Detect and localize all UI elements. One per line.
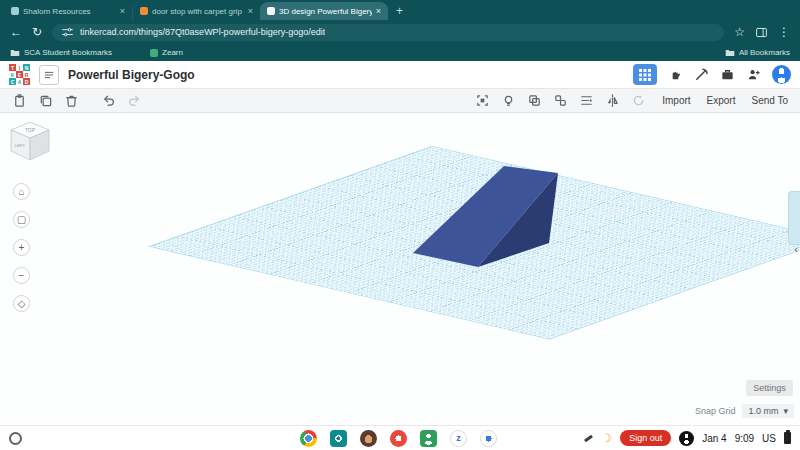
drawing-app-icon[interactable] (480, 430, 497, 447)
sign-out-button[interactable]: Sign out (620, 430, 671, 446)
briefcase-icon (720, 67, 735, 82)
browser-menu-icon[interactable]: ⋮ (778, 26, 790, 38)
zoom-to-selection-button[interactable] (475, 93, 490, 108)
group-button[interactable] (527, 93, 542, 108)
browser-tab-strip: Shalom Resources × door stop with carpet… (0, 0, 800, 20)
tab-title: 3D design Powerful Bigery-Gog (279, 7, 372, 16)
tab-close-icon[interactable]: × (376, 6, 381, 16)
bricks-mode-button[interactable] (720, 67, 735, 82)
seesaw-app-icon[interactable] (390, 430, 407, 447)
perspective-toggle-button[interactable]: ◇ (13, 295, 30, 312)
view-cube[interactable]: TOP LEFT (8, 119, 52, 165)
refresh-icon[interactable]: ↻ (32, 26, 42, 38)
bookmark-zearn[interactable]: Zearn (150, 48, 183, 57)
browser-tab-1[interactable]: Shalom Resources × (4, 2, 132, 20)
date-label[interactable]: Jan 4 (702, 433, 726, 444)
rotate-button[interactable] (631, 93, 646, 108)
designs-menu-button[interactable] (39, 65, 59, 85)
stylus-icon[interactable] (584, 434, 593, 442)
design-title[interactable]: Powerful Bigery-Gogo (68, 68, 195, 82)
view-nav-controls: ⌂ ▢ + − ◇ (13, 183, 30, 312)
copy-icon (38, 93, 53, 108)
do-not-disturb-moon-icon[interactable]: ☽ (601, 432, 612, 444)
back-icon[interactable]: ← (10, 26, 22, 38)
site-info-icon[interactable] (61, 26, 74, 39)
person-add-icon (746, 67, 761, 82)
tab-title: Shalom Resources (23, 7, 116, 16)
design-viewport[interactable]: TOP LEFT ⌂ ▢ + − ◇ ‹ Settings Snap Grid … (0, 113, 800, 425)
show-all-button[interactable] (501, 93, 516, 108)
expand-panel-chevron-icon[interactable]: ‹ (794, 243, 798, 255)
chromeos-shelf: z ☽ Sign out Jan 4 9:09 US (0, 425, 800, 450)
tab-title: door stop with carpet grip by C (152, 7, 244, 16)
bookmarks-bar: SCA Student Bookmarks Zearn All Bookmark… (0, 44, 800, 61)
settings-button[interactable]: Settings (746, 380, 793, 396)
hand-icon (668, 67, 683, 82)
time-label[interactable]: 9:09 (735, 433, 754, 444)
dashboard-grid-button[interactable] (633, 64, 657, 85)
view-cube-top-label: TOP (25, 127, 36, 133)
share-button[interactable] (746, 67, 761, 82)
launcher-button[interactable] (9, 432, 22, 445)
send-to-button[interactable]: Send To (751, 95, 788, 106)
tab-close-icon[interactable]: × (248, 6, 253, 16)
edit-toolbar: Import Export Send To (0, 89, 800, 113)
export-button[interactable]: Export (707, 95, 736, 106)
omnibox[interactable]: tinkercad.com/things/87Qt0aseWPl-powerfu… (52, 24, 724, 41)
zoom-selection-icon (475, 93, 490, 108)
chrome-app-icon[interactable] (300, 430, 317, 447)
minecraft-export-button[interactable] (694, 67, 709, 82)
align-button[interactable] (579, 93, 594, 108)
bookmark-label: SCA Student Bookmarks (24, 48, 112, 57)
shapes-panel-collapsed[interactable] (788, 191, 800, 245)
camera-app-icon[interactable] (330, 430, 347, 447)
logo-tile: N (23, 64, 30, 71)
flip-button[interactable] (605, 93, 620, 108)
battery-icon[interactable] (784, 432, 791, 444)
ungroup-button[interactable] (553, 93, 568, 108)
side-panel-icon[interactable] (755, 26, 768, 39)
delete-button[interactable] (64, 93, 79, 108)
clipboard-group (12, 93, 79, 108)
tab-close-icon[interactable]: × (120, 6, 125, 16)
redo-button[interactable] (127, 93, 142, 108)
fit-view-button[interactable]: ▢ (13, 211, 30, 228)
classroom-app-icon[interactable] (420, 430, 437, 447)
copy-button[interactable] (38, 93, 53, 108)
hand-mode-button[interactable] (668, 67, 683, 82)
menu-lines-icon (43, 69, 55, 81)
shelf-apps: z (300, 430, 497, 447)
bookmark-folder-sca[interactable]: SCA Student Bookmarks (10, 48, 112, 57)
wedge-shape (0, 113, 800, 425)
header-actions (633, 64, 791, 85)
logo-tile: I (16, 64, 23, 71)
tinkercad-logo[interactable]: T I N K E R C A D (9, 64, 30, 85)
align-icon (579, 93, 594, 108)
art-app-icon[interactable] (360, 430, 377, 447)
history-group (101, 93, 142, 108)
all-bookmarks-button[interactable]: All Bookmarks (725, 48, 790, 57)
keyboard-locale-label[interactable]: US (762, 433, 776, 444)
browser-tab-2[interactable]: door stop with carpet grip by C × (132, 2, 260, 20)
undo-button[interactable] (101, 93, 116, 108)
accessibility-icon[interactable] (679, 431, 694, 446)
zoom-out-button[interactable]: − (13, 267, 30, 284)
paste-button[interactable] (12, 93, 27, 108)
tab-favicon (267, 7, 275, 15)
logo-tile: T (9, 64, 16, 71)
account-avatar[interactable] (772, 65, 791, 84)
status-tray: ☽ Sign out Jan 4 9:09 US (584, 430, 800, 446)
home-view-button[interactable]: ⌂ (13, 183, 30, 200)
pickaxe-icon (694, 67, 709, 82)
arrange-group (475, 93, 646, 108)
zearn-app-icon[interactable]: z (450, 430, 467, 447)
zoom-in-button[interactable]: + (13, 239, 30, 256)
folder-icon (10, 48, 20, 57)
mirror-icon (605, 93, 620, 108)
snap-grid-select[interactable]: 1.0 mm ▾ (742, 404, 794, 418)
url-text: tinkercad.com/things/87Qt0aseWPl-powerfu… (80, 27, 325, 37)
new-tab-button[interactable]: + (396, 5, 403, 17)
import-button[interactable]: Import (662, 95, 690, 106)
star-bookmark-icon[interactable]: ☆ (734, 26, 745, 38)
browser-tab-active[interactable]: 3D design Powerful Bigery-Gog × (260, 2, 388, 20)
